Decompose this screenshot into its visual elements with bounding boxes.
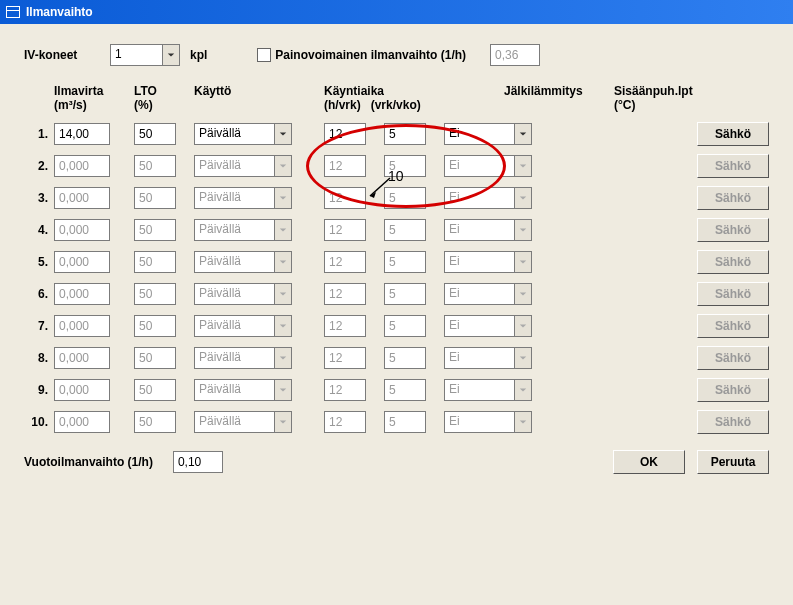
jalki-select: Ei xyxy=(444,251,532,273)
ilmavirta-input xyxy=(54,283,110,305)
chevron-down-icon xyxy=(514,411,532,433)
ilmavirta-input xyxy=(54,315,110,337)
ivkoneet-select[interactable]: 1 xyxy=(110,44,180,66)
chevron-down-icon[interactable] xyxy=(162,44,180,66)
lto-input xyxy=(134,379,176,401)
row-number: 10. xyxy=(24,415,54,429)
vrkvko-input xyxy=(384,155,426,177)
ilmavirta-input xyxy=(54,155,110,177)
lto-input xyxy=(134,315,176,337)
hvrk-input xyxy=(324,379,366,401)
painov-checkbox[interactable] xyxy=(257,48,271,62)
ilmavirta-input[interactable] xyxy=(54,123,110,145)
vrkvko-input xyxy=(384,283,426,305)
hdr-sisaan-unit: (°C) xyxy=(614,98,693,112)
lto-input xyxy=(134,187,176,209)
jalki-value: Ei xyxy=(444,123,514,145)
sahko-button: Sähkö xyxy=(697,250,769,274)
jalki-select: Ei xyxy=(444,155,532,177)
row-number: 8. xyxy=(24,351,54,365)
data-row: 10.PäivälläEiSähkö xyxy=(24,410,769,434)
ilmavirta-input xyxy=(54,219,110,241)
row-number: 5. xyxy=(24,255,54,269)
hdr-ilmavirta-unit: (m³/s) xyxy=(54,98,134,112)
chevron-down-icon xyxy=(514,251,532,273)
sahko-button: Sähkö xyxy=(697,346,769,370)
kaytto-select: Päivällä xyxy=(194,411,292,433)
kaytto-value: Päivällä xyxy=(194,155,274,177)
kaytto-select: Päivällä xyxy=(194,347,292,369)
data-row: 7.PäivälläEiSähkö xyxy=(24,314,769,338)
data-row: 8.PäivälläEiSähkö xyxy=(24,346,769,370)
sahko-button: Sähkö xyxy=(697,410,769,434)
chevron-down-icon xyxy=(274,379,292,401)
ilmavirta-input xyxy=(54,411,110,433)
kaytto-value: Päivällä xyxy=(194,251,274,273)
vrkvko-input[interactable] xyxy=(384,123,426,145)
kaytto-select: Päivällä xyxy=(194,219,292,241)
sahko-button[interactable]: Sähkö xyxy=(697,122,769,146)
vrkvko-input xyxy=(384,315,426,337)
chevron-down-icon xyxy=(274,187,292,209)
cancel-button[interactable]: Peruuta xyxy=(697,450,769,474)
hdr-kayntiaika: Käyntiaika xyxy=(324,84,504,98)
painov-value xyxy=(490,44,540,66)
hvrk-input[interactable] xyxy=(324,123,366,145)
chevron-down-icon xyxy=(274,411,292,433)
hvrk-input xyxy=(324,411,366,433)
data-row: 9.PäivälläEiSähkö xyxy=(24,378,769,402)
hvrk-input xyxy=(324,283,366,305)
ok-button[interactable]: OK xyxy=(613,450,685,474)
vrkvko-input xyxy=(384,379,426,401)
chevron-down-icon xyxy=(514,187,532,209)
jalki-select: Ei xyxy=(444,187,532,209)
ilmavirta-input xyxy=(54,251,110,273)
lto-input[interactable] xyxy=(134,123,176,145)
vrkvko-input xyxy=(384,411,426,433)
chevron-down-icon xyxy=(514,315,532,337)
lto-input xyxy=(134,219,176,241)
lto-input xyxy=(134,411,176,433)
kaytto-select[interactable]: Päivällä xyxy=(194,123,292,145)
chevron-down-icon[interactable] xyxy=(514,123,532,145)
hdr-kaytto: Käyttö xyxy=(194,84,324,98)
jalki-select[interactable]: Ei xyxy=(444,123,532,145)
kaytto-value: Päivällä xyxy=(194,315,274,337)
hdr-sisaan: Sisäänpuh.lpt xyxy=(614,84,693,98)
jalki-select: Ei xyxy=(444,283,532,305)
chevron-down-icon xyxy=(514,155,532,177)
vrkvko-input xyxy=(384,251,426,273)
kaytto-value: Päivällä xyxy=(194,123,274,145)
sahko-button: Sähkö xyxy=(697,314,769,338)
sahko-button: Sähkö xyxy=(697,218,769,242)
chevron-down-icon xyxy=(514,219,532,241)
ivkoneet-label: IV-koneet xyxy=(24,48,110,62)
painov-label: Painovoimainen ilmanvaihto (1/h) xyxy=(275,48,466,62)
chevron-down-icon xyxy=(274,219,292,241)
row-number: 4. xyxy=(24,223,54,237)
row-number: 6. xyxy=(24,287,54,301)
kaytto-value: Päivällä xyxy=(194,187,274,209)
sahko-button: Sähkö xyxy=(697,282,769,306)
jalki-select: Ei xyxy=(444,347,532,369)
titlebar: Ilmanvaihto xyxy=(0,0,793,24)
hvrk-input xyxy=(324,315,366,337)
row-number: 3. xyxy=(24,191,54,205)
row-number: 1. xyxy=(24,127,54,141)
kpl-label: kpl xyxy=(190,48,207,62)
rows-container: 1.PäivälläEiSähkö2.PäivälläEiSähkö3.Päiv… xyxy=(24,122,769,434)
ilmavirta-input xyxy=(54,347,110,369)
chevron-down-icon[interactable] xyxy=(274,123,292,145)
chevron-down-icon xyxy=(274,251,292,273)
window-icon xyxy=(6,6,20,18)
vuoto-input[interactable] xyxy=(173,451,223,473)
lto-input xyxy=(134,283,176,305)
vrkvko-input xyxy=(384,187,426,209)
client-area: IV-koneet 1 kpl Painovoimainen ilmanvaih… xyxy=(0,24,793,605)
chevron-down-icon xyxy=(514,283,532,305)
lto-input xyxy=(134,347,176,369)
chevron-down-icon xyxy=(274,347,292,369)
row-number: 2. xyxy=(24,159,54,173)
kaytto-select: Päivällä xyxy=(194,155,292,177)
data-row: 6.PäivälläEiSähkö xyxy=(24,282,769,306)
